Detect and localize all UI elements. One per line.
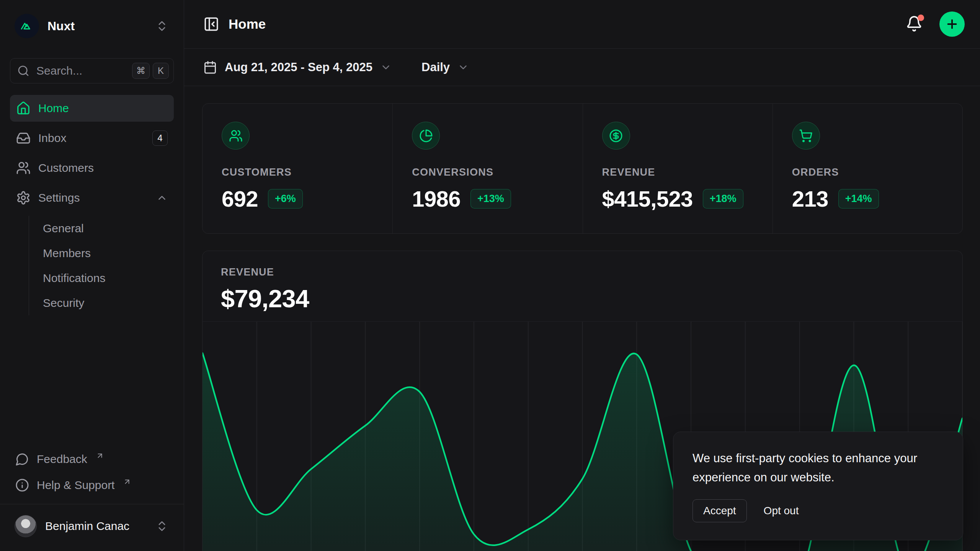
workspace-name: Nuxt <box>47 19 75 33</box>
pie-chart-icon <box>412 122 440 150</box>
stat-orders[interactable]: ORDERS 213 +14% <box>773 104 962 233</box>
date-range-picker[interactable]: Aug 21, 2025 - Sep 4, 2025 <box>203 60 392 74</box>
stat-label: CONVERSIONS <box>412 166 563 178</box>
stat-value: $415,523 <box>602 186 693 212</box>
sidebar-item-label: Inbox <box>38 132 145 145</box>
stats-row: CUSTOMERS 692 +6% CONVERSIONS 1986 +13% <box>202 103 963 234</box>
house-icon <box>16 101 31 116</box>
kbd-k: K <box>153 63 169 79</box>
settings-subnav: General Members Notifications Security <box>29 216 174 315</box>
cookie-banner: We use first-party cookies to enhance yo… <box>673 432 963 540</box>
plus-icon <box>945 17 959 31</box>
search-icon <box>17 65 29 77</box>
sidebar-nav: Home Inbox 4 Customers <box>10 95 174 315</box>
dollar-circle-icon <box>602 122 630 150</box>
date-range-value: Aug 21, 2025 - Sep 4, 2025 <box>225 60 372 74</box>
stat-customers[interactable]: CUSTOMERS 692 +6% <box>203 104 392 233</box>
chevron-up-icon <box>156 192 168 204</box>
page-title-group: Home <box>203 16 266 32</box>
feedback-label: Feedback <box>37 453 87 466</box>
message-circle-icon <box>15 452 29 466</box>
user-name: Benjamin Canac <box>45 520 129 533</box>
stat-label: CUSTOMERS <box>222 166 373 178</box>
granularity-value: Daily <box>421 60 450 74</box>
sidebar-item-label: Home <box>38 102 168 115</box>
sidebar-item-notifications[interactable]: Notifications <box>29 266 174 290</box>
chevron-down-icon <box>380 62 392 73</box>
sidebar-item-settings[interactable]: Settings <box>10 184 174 211</box>
external-link-icon <box>96 452 104 460</box>
external-link-icon <box>123 478 131 486</box>
accept-button[interactable]: Accept <box>693 499 747 522</box>
revenue-label: REVENUE <box>221 266 944 278</box>
filters-toolbar: Aug 21, 2025 - Sep 4, 2025 Daily <box>184 49 980 86</box>
sidebar: Nuxt Search... ⌘ K Home <box>0 0 184 551</box>
stat-conversions[interactable]: CONVERSIONS 1986 +13% <box>392 104 582 233</box>
sidebar-spacer <box>10 315 174 447</box>
revenue-header: REVENUE $79,234 <box>203 251 962 313</box>
sidebar-item-general[interactable]: General <box>29 216 174 241</box>
revenue-value: $79,234 <box>221 284 944 313</box>
header-actions <box>906 11 965 37</box>
users-icon <box>16 161 31 175</box>
top-header: Home <box>184 0 980 49</box>
sidebar-item-inbox[interactable]: Inbox 4 <box>10 125 174 152</box>
notification-dot <box>918 15 924 21</box>
shopping-cart-icon <box>792 122 820 150</box>
stat-value: 692 <box>222 186 258 212</box>
inbox-icon <box>16 131 31 145</box>
user-menu[interactable]: Benjamin Canac <box>10 512 174 540</box>
notifications-button[interactable] <box>906 15 923 33</box>
chevron-down-icon <box>457 62 469 73</box>
user-section: Benjamin Canac <box>0 504 184 542</box>
help-support-label: Help & Support <box>37 479 114 492</box>
stat-delta-badge: +13% <box>470 189 511 209</box>
chevrons-up-down-icon <box>155 520 168 533</box>
feedback-link[interactable]: Feedback <box>10 447 174 471</box>
sidebar-item-security[interactable]: Security <box>29 290 174 315</box>
add-button[interactable] <box>939 11 965 37</box>
inbox-count-badge: 4 <box>152 130 168 146</box>
stat-label: ORDERS <box>792 166 943 178</box>
calendar-icon <box>203 60 217 74</box>
sidebar-item-label: Settings <box>38 191 149 204</box>
stat-revenue[interactable]: REVENUE $415,523 +18% <box>583 104 773 233</box>
sidebar-item-label: Customers <box>38 161 168 174</box>
avatar <box>15 515 37 537</box>
kbd-command: ⌘ <box>132 63 150 79</box>
sidebar-footer: Feedback Help & Support <box>10 447 174 497</box>
users-icon <box>222 122 250 150</box>
panel-left-close-icon[interactable] <box>203 16 219 32</box>
chevrons-up-down-icon <box>155 20 168 33</box>
cookie-message: We use first-party cookies to enhance yo… <box>693 449 944 487</box>
stat-delta-badge: +18% <box>703 189 743 209</box>
cookie-actions: Accept Opt out <box>693 499 944 522</box>
nuxt-logo-icon <box>15 14 39 38</box>
search-input[interactable]: Search... ⌘ K <box>10 58 174 83</box>
sidebar-item-home[interactable]: Home <box>10 95 174 122</box>
search-shortcut: ⌘ K <box>132 63 169 79</box>
help-support-link[interactable]: Help & Support <box>10 473 174 497</box>
opt-out-button[interactable]: Opt out <box>764 500 799 522</box>
info-circle-icon <box>15 478 29 492</box>
stat-delta-badge: +14% <box>838 189 879 209</box>
stat-value: 1986 <box>412 186 461 212</box>
sidebar-item-customers[interactable]: Customers <box>10 155 174 181</box>
stat-label: REVENUE <box>602 166 753 178</box>
search-placeholder: Search... <box>36 64 82 77</box>
stat-delta-badge: +6% <box>268 189 303 209</box>
page-title: Home <box>229 16 266 32</box>
workspace-switcher[interactable]: Nuxt <box>10 10 174 42</box>
sidebar-item-members[interactable]: Members <box>29 241 174 266</box>
stat-value: 213 <box>792 186 828 212</box>
gear-icon <box>16 191 31 205</box>
granularity-select[interactable]: Daily <box>421 60 469 74</box>
